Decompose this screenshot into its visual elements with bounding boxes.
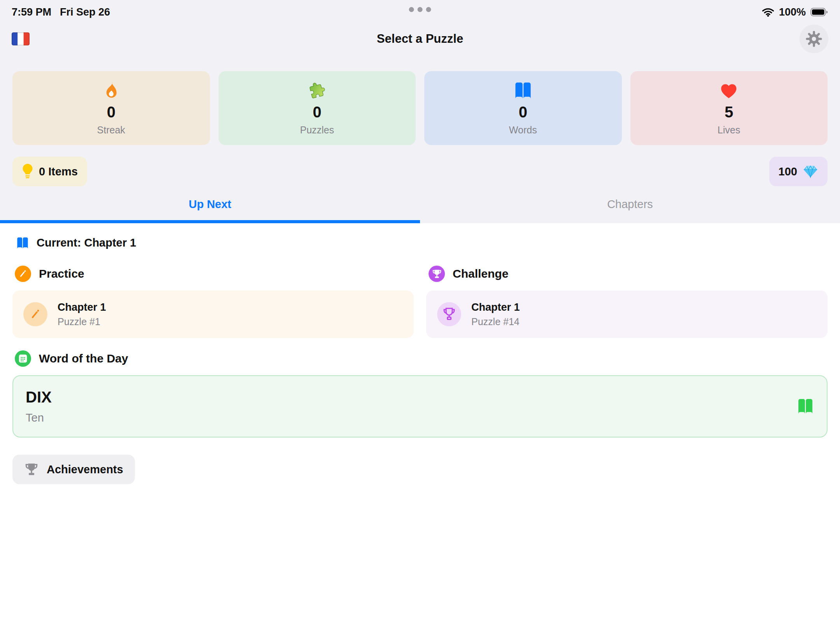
- words-value: 0: [519, 103, 527, 121]
- word-of-day-card[interactable]: DIX Ten: [12, 375, 828, 438]
- france-flag-icon[interactable]: [12, 32, 30, 46]
- current-chapter-label: Current: Chapter 1: [37, 236, 136, 249]
- word-of-day-word: DIX: [26, 388, 52, 406]
- tab-up-next[interactable]: Up Next: [0, 198, 420, 223]
- current-chapter-row: Current: Chapter 1: [16, 236, 828, 249]
- stat-card-puzzles[interactable]: 0 Puzzles: [219, 71, 416, 145]
- practice-card-title: Chapter 1: [58, 301, 106, 313]
- top-section: 7:59 PM Fri Sep 26 100% Select a Puzzle …: [0, 0, 840, 223]
- stat-card-lives[interactable]: 5 Lives: [630, 71, 828, 145]
- puzzles-label: Puzzles: [300, 124, 334, 136]
- streak-value: 0: [107, 103, 116, 121]
- trophy-icon: [24, 462, 39, 477]
- words-label: Words: [509, 124, 537, 136]
- lives-value: 5: [724, 103, 733, 121]
- tabs-row: Up Next Chapters: [0, 186, 840, 223]
- trophy-icon: [437, 302, 461, 326]
- puzzle-icon: [307, 81, 327, 100]
- settings-button[interactable]: [800, 24, 828, 53]
- multitasking-dots-icon[interactable]: [409, 7, 431, 12]
- book-icon: [796, 398, 814, 415]
- stat-card-words[interactable]: 0 Words: [424, 71, 622, 145]
- gem-icon: [803, 165, 818, 178]
- word-of-day-translation: Ten: [26, 411, 52, 424]
- pencil-icon: [23, 302, 47, 326]
- word-of-day-header: Word of the Day: [15, 350, 828, 367]
- challenge-header: Challenge: [429, 266, 828, 282]
- practice-section: Practice Chapter 1 Puzzle #1: [12, 266, 414, 338]
- gems-pill[interactable]: 100: [769, 157, 828, 186]
- achievements-button[interactable]: Achievements: [12, 455, 135, 484]
- wifi-icon: [762, 7, 774, 17]
- streak-label: Streak: [97, 124, 125, 136]
- pencil-icon: [15, 266, 31, 282]
- practice-card[interactable]: Chapter 1 Puzzle #1: [12, 290, 414, 338]
- gear-icon: [805, 30, 822, 47]
- practice-header: Practice: [15, 266, 414, 282]
- items-label: 0 Items: [39, 165, 78, 178]
- app-header: Select a Puzzle: [0, 23, 840, 55]
- calendar-icon: [15, 350, 31, 367]
- achievements-label: Achievements: [47, 463, 123, 476]
- status-time: 7:59 PM: [12, 6, 51, 18]
- challenge-title: Challenge: [453, 267, 508, 280]
- book-icon: [513, 81, 533, 100]
- practice-title: Practice: [39, 267, 84, 280]
- book-icon: [16, 237, 30, 249]
- lightbulb-icon: [22, 163, 33, 180]
- challenge-card[interactable]: Chapter 1 Puzzle #14: [426, 290, 828, 338]
- gems-value: 100: [779, 165, 797, 178]
- items-pill[interactable]: 0 Items: [12, 157, 87, 186]
- challenge-section: Challenge Chapter 1 Puzzle #14: [426, 266, 828, 338]
- page-title: Select a Puzzle: [377, 32, 463, 46]
- battery-percent: 100%: [779, 6, 806, 18]
- lives-label: Lives: [718, 124, 740, 136]
- challenge-card-subtitle: Puzzle #14: [471, 316, 520, 327]
- active-tab-underline: [0, 220, 420, 223]
- word-of-day-title: Word of the Day: [39, 352, 128, 365]
- battery-icon: [810, 8, 828, 16]
- practice-card-subtitle: Puzzle #1: [58, 316, 106, 327]
- pills-row: 0 Items 100: [0, 157, 840, 186]
- status-date: Fri Sep 26: [60, 6, 110, 18]
- sections-grid: Practice Chapter 1 Puzzle #1 Challenge: [12, 266, 828, 338]
- puzzles-value: 0: [313, 103, 321, 121]
- stat-card-streak[interactable]: 0 Streak: [12, 71, 210, 145]
- flame-icon: [103, 81, 119, 100]
- heart-icon: [719, 81, 738, 100]
- content-area: Current: Chapter 1 Practice Chapter 1 Pu…: [0, 223, 840, 484]
- status-bar: 7:59 PM Fri Sep 26 100%: [0, 0, 840, 20]
- stats-row: 0 Streak 0 Puzzles 0 Words 5 Lives: [0, 71, 840, 145]
- challenge-card-title: Chapter 1: [471, 301, 520, 313]
- trophy-icon: [429, 266, 445, 282]
- tab-chapters[interactable]: Chapters: [420, 198, 840, 223]
